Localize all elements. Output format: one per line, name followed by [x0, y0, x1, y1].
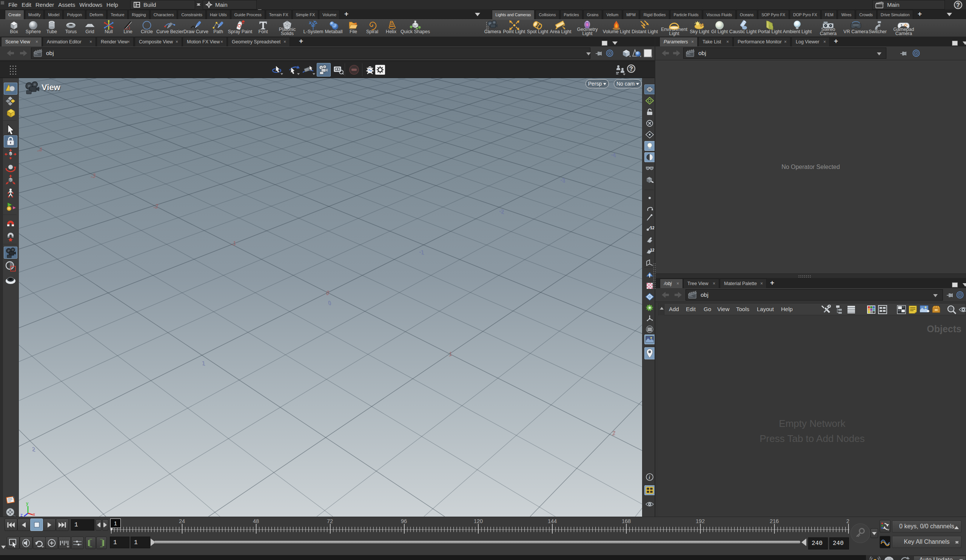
svg-text:12: 12 — [650, 248, 654, 252]
svg-text:12: 12 — [650, 226, 654, 230]
svg-text:i: i — [649, 475, 651, 480]
svg-text:x: x — [33, 512, 35, 517]
svg-text:z: z — [20, 513, 23, 517]
svg-text:y: y — [26, 501, 28, 506]
